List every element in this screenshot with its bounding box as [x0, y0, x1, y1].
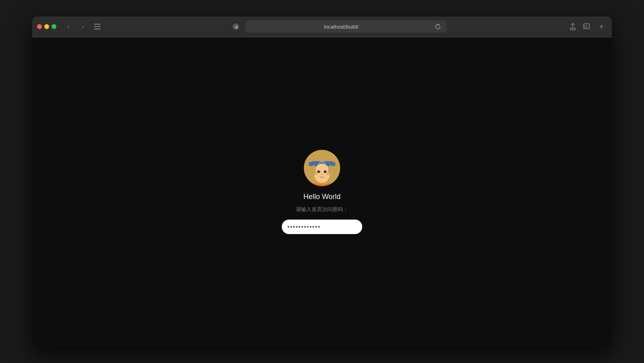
svg-marker-5 — [438, 24, 440, 26]
refresh-icon — [435, 24, 441, 29]
browser-titlebar: ‹ › ◑ — [32, 17, 612, 37]
password-form — [282, 220, 362, 234]
forward-icon: › — [82, 23, 84, 30]
svg-rect-30 — [309, 162, 312, 166]
back-icon: ‹ — [68, 23, 70, 30]
svg-point-13 — [314, 164, 330, 183]
address-bar-container: ◑ — [109, 20, 564, 33]
svg-point-24 — [321, 174, 323, 175]
svg-point-17 — [326, 171, 326, 172]
plus-icon: + — [599, 22, 604, 31]
svg-point-26 — [328, 165, 333, 175]
password-input[interactable] — [282, 224, 362, 230]
username-label: Hello World — [303, 193, 341, 201]
shield-button[interactable]: ◑ — [229, 20, 242, 33]
close-button[interactable] — [37, 24, 42, 29]
svg-point-15 — [324, 170, 327, 173]
browser-actions: + — [567, 21, 607, 33]
forward-button[interactable]: › — [77, 21, 89, 32]
svg-rect-2 — [94, 29, 101, 29]
avatar — [304, 150, 340, 186]
svg-rect-0 — [94, 24, 101, 25]
back-button[interactable]: ‹ — [63, 21, 74, 32]
browser-window: ‹ › ◑ — [32, 17, 612, 347]
prompt-text: 请输入首页访问密码： — [296, 206, 348, 213]
share-button[interactable] — [567, 21, 579, 33]
refresh-button[interactable] — [432, 21, 444, 32]
tab-icon — [583, 23, 590, 30]
sidebar-toggle-button[interactable] — [92, 21, 103, 32]
traffic-lights — [37, 24, 56, 29]
add-tab-button[interactable]: + — [596, 21, 607, 32]
address-bar-input[interactable] — [246, 21, 447, 33]
svg-rect-1 — [94, 26, 101, 27]
browser-content: Hello World 请输入首页访问密码： — [32, 37, 612, 347]
address-bar-wrapper — [246, 21, 444, 33]
svg-text:◑: ◑ — [234, 25, 238, 29]
svg-point-14 — [318, 170, 320, 173]
sidebar-icon — [94, 24, 101, 29]
svg-point-25 — [311, 165, 316, 175]
shield-icon: ◑ — [232, 23, 239, 30]
minimize-button[interactable] — [44, 24, 49, 29]
login-container: Hello World 请输入首页访问密码： — [282, 150, 362, 234]
maximize-button[interactable] — [52, 24, 56, 29]
new-tab-button[interactable] — [580, 21, 592, 33]
svg-rect-7 — [584, 25, 587, 28]
svg-point-16 — [319, 171, 320, 172]
avatar-image — [304, 150, 340, 186]
svg-rect-31 — [332, 162, 335, 166]
share-icon — [570, 23, 576, 30]
